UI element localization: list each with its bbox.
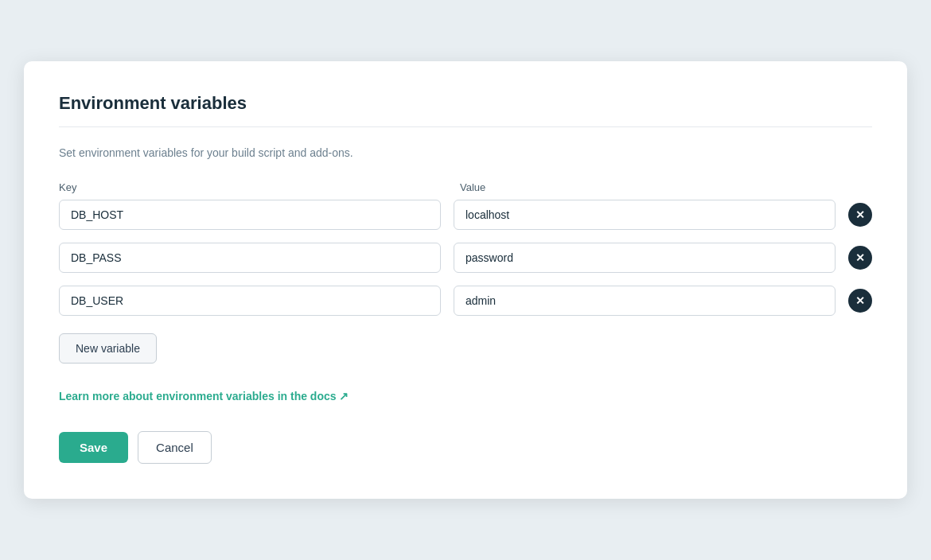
cancel-button[interactable]: Cancel: [138, 431, 212, 464]
close-icon: ✕: [855, 209, 865, 220]
value-input-1[interactable]: [454, 243, 836, 273]
key-input-0[interactable]: [59, 200, 441, 230]
column-labels: Key Value: [59, 181, 872, 193]
modal-title: Environment variables: [59, 93, 872, 114]
description: Set environment variables for your build…: [59, 146, 872, 159]
docs-link-text: Learn more about environment variables i…: [59, 390, 349, 402]
value-input-2[interactable]: [454, 286, 836, 316]
key-column-label: Key: [59, 181, 441, 193]
value-column-label: Value: [460, 181, 842, 193]
action-row: Save Cancel: [59, 431, 872, 464]
variable-row: ✕: [59, 243, 872, 273]
remove-button-2[interactable]: ✕: [848, 289, 872, 313]
variable-row: ✕: [59, 286, 872, 316]
value-input-0[interactable]: [454, 200, 836, 230]
docs-link[interactable]: Learn more about environment variables i…: [59, 390, 349, 402]
variable-row: ✕: [59, 200, 872, 230]
remove-button-1[interactable]: ✕: [848, 246, 872, 270]
modal: Environment variables Set environment va…: [24, 61, 907, 499]
docs-link-container: Learn more about environment variables i…: [59, 389, 872, 431]
close-icon: ✕: [855, 295, 865, 306]
close-icon: ✕: [855, 252, 865, 263]
save-button[interactable]: Save: [59, 432, 128, 463]
new-variable-button[interactable]: New variable: [59, 333, 157, 364]
key-input-1[interactable]: [59, 243, 441, 273]
key-input-2[interactable]: [59, 286, 441, 316]
divider: [59, 126, 872, 127]
remove-button-0[interactable]: ✕: [848, 203, 872, 227]
variables-list: ✕✕✕: [59, 200, 872, 316]
